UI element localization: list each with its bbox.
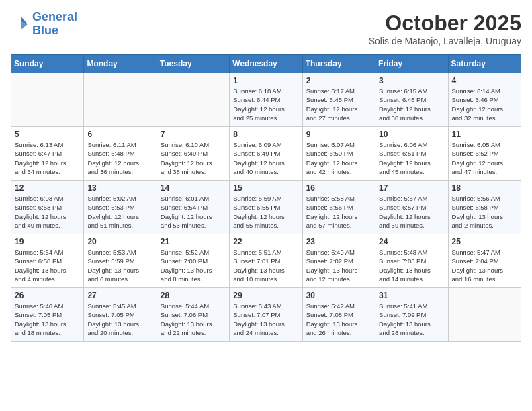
day-info: Sunrise: 5:53 AM Sunset: 6:59 PM Dayligh…: [87, 248, 152, 283]
day-number: 24: [379, 237, 444, 246]
day-number: 1: [233, 76, 298, 85]
day-number: 29: [233, 291, 298, 300]
logo-text: General Blue: [32, 11, 77, 38]
calendar-cell: 30Sunrise: 5:42 AM Sunset: 7:08 PM Dayli…: [302, 288, 375, 342]
calendar-cell: 28Sunrise: 5:44 AM Sunset: 7:06 PM Dayli…: [157, 288, 229, 342]
day-info: Sunrise: 6:18 AM Sunset: 6:44 PM Dayligh…: [233, 87, 298, 122]
calendar-cell: 26Sunrise: 5:46 AM Sunset: 7:05 PM Dayli…: [11, 288, 84, 342]
day-number: 31: [379, 291, 444, 300]
calendar-week-3: 12Sunrise: 6:03 AM Sunset: 6:53 PM Dayli…: [11, 181, 521, 234]
title-block: October 2025 Solis de Mataojo, Lavalleja…: [369, 11, 521, 46]
day-info: Sunrise: 5:42 AM Sunset: 7:08 PM Dayligh…: [306, 302, 371, 337]
weekday-header-wednesday: Wednesday: [230, 55, 302, 73]
month-title: October 2025: [369, 11, 521, 36]
calendar-cell: 20Sunrise: 5:53 AM Sunset: 6:59 PM Dayli…: [84, 234, 157, 288]
calendar-table: SundayMondayTuesdayWednesdayThursdayFrid…: [11, 54, 521, 342]
calendar-week-4: 19Sunrise: 5:54 AM Sunset: 6:58 PM Dayli…: [11, 234, 521, 288]
calendar-cell: 9Sunrise: 6:07 AM Sunset: 6:50 PM Daylig…: [302, 127, 375, 181]
day-number: 16: [306, 183, 371, 193]
day-info: Sunrise: 5:43 AM Sunset: 7:07 PM Dayligh…: [233, 302, 298, 337]
day-info: Sunrise: 5:54 AM Sunset: 6:58 PM Dayligh…: [15, 248, 80, 283]
day-number: 22: [233, 237, 298, 246]
calendar-cell: [84, 73, 157, 127]
weekday-header-thursday: Thursday: [302, 55, 375, 73]
calendar-cell: 17Sunrise: 5:57 AM Sunset: 6:57 PM Dayli…: [375, 181, 448, 234]
day-info: Sunrise: 5:59 AM Sunset: 6:55 PM Dayligh…: [233, 194, 298, 230]
day-info: Sunrise: 6:17 AM Sunset: 6:45 PM Dayligh…: [306, 87, 371, 122]
calendar-cell: 21Sunrise: 5:52 AM Sunset: 7:00 PM Dayli…: [157, 234, 229, 288]
calendar-cell: 5Sunrise: 6:13 AM Sunset: 6:47 PM Daylig…: [11, 127, 84, 181]
day-info: Sunrise: 5:58 AM Sunset: 6:56 PM Dayligh…: [306, 194, 371, 230]
day-info: Sunrise: 6:10 AM Sunset: 6:49 PM Dayligh…: [161, 140, 226, 176]
calendar-cell: 4Sunrise: 6:14 AM Sunset: 6:46 PM Daylig…: [448, 73, 521, 127]
day-info: Sunrise: 5:57 AM Sunset: 6:57 PM Dayligh…: [379, 194, 444, 230]
weekday-header-friday: Friday: [375, 55, 448, 73]
weekday-header-saturday: Saturday: [448, 55, 521, 73]
calendar-cell: 2Sunrise: 6:17 AM Sunset: 6:45 PM Daylig…: [302, 73, 375, 127]
calendar-cell: 23Sunrise: 5:49 AM Sunset: 7:02 PM Dayli…: [302, 234, 375, 288]
calendar-cell: 24Sunrise: 5:48 AM Sunset: 7:03 PM Dayli…: [375, 234, 448, 288]
weekday-header-sunday: Sunday: [11, 55, 84, 73]
page-header: General Blue October 2025 Solis de Matao…: [11, 11, 521, 46]
day-number: 15: [233, 183, 298, 193]
day-info: Sunrise: 5:52 AM Sunset: 7:00 PM Dayligh…: [161, 248, 226, 283]
day-info: Sunrise: 6:01 AM Sunset: 6:54 PM Dayligh…: [161, 194, 226, 230]
day-info: Sunrise: 5:48 AM Sunset: 7:03 PM Dayligh…: [379, 248, 444, 283]
logo-icon: [11, 15, 30, 34]
day-number: 2: [306, 76, 371, 85]
day-number: 6: [87, 130, 152, 139]
logo: General Blue: [11, 11, 77, 38]
day-info: Sunrise: 5:44 AM Sunset: 7:06 PM Dayligh…: [161, 302, 226, 337]
calendar-cell: [448, 288, 521, 342]
calendar-cell: 16Sunrise: 5:58 AM Sunset: 6:56 PM Dayli…: [302, 181, 375, 234]
calendar-cell: 11Sunrise: 6:05 AM Sunset: 6:52 PM Dayli…: [448, 127, 521, 181]
day-number: 30: [306, 291, 371, 300]
calendar-cell: 3Sunrise: 6:15 AM Sunset: 6:46 PM Daylig…: [375, 73, 448, 127]
calendar-cell: 6Sunrise: 6:11 AM Sunset: 6:48 PM Daylig…: [84, 127, 157, 181]
day-info: Sunrise: 5:41 AM Sunset: 7:09 PM Dayligh…: [379, 302, 444, 337]
day-info: Sunrise: 6:13 AM Sunset: 6:47 PM Dayligh…: [15, 140, 80, 176]
weekday-header-row: SundayMondayTuesdayWednesdayThursdayFrid…: [11, 55, 521, 73]
day-info: Sunrise: 5:46 AM Sunset: 7:05 PM Dayligh…: [15, 302, 80, 337]
day-info: Sunrise: 6:11 AM Sunset: 6:48 PM Dayligh…: [87, 140, 152, 176]
calendar-cell: 7Sunrise: 6:10 AM Sunset: 6:49 PM Daylig…: [157, 127, 229, 181]
day-number: 26: [15, 291, 80, 300]
day-number: 18: [452, 183, 517, 193]
day-number: 20: [87, 237, 152, 246]
calendar-cell: 10Sunrise: 6:06 AM Sunset: 6:51 PM Dayli…: [375, 127, 448, 181]
day-number: 12: [15, 183, 80, 193]
calendar-cell: 8Sunrise: 6:09 AM Sunset: 6:49 PM Daylig…: [230, 127, 302, 181]
day-number: 7: [161, 130, 226, 139]
calendar-week-5: 26Sunrise: 5:46 AM Sunset: 7:05 PM Dayli…: [11, 288, 521, 342]
calendar-week-1: 1Sunrise: 6:18 AM Sunset: 6:44 PM Daylig…: [11, 73, 521, 127]
calendar-cell: 14Sunrise: 6:01 AM Sunset: 6:54 PM Dayli…: [157, 181, 229, 234]
day-info: Sunrise: 5:47 AM Sunset: 7:04 PM Dayligh…: [452, 248, 517, 283]
day-info: Sunrise: 6:06 AM Sunset: 6:51 PM Dayligh…: [379, 140, 444, 176]
calendar-cell: 18Sunrise: 5:56 AM Sunset: 6:58 PM Dayli…: [448, 181, 521, 234]
calendar-cell: [157, 73, 229, 127]
day-number: 27: [87, 291, 152, 300]
day-number: 9: [306, 130, 371, 139]
day-info: Sunrise: 6:03 AM Sunset: 6:53 PM Dayligh…: [15, 194, 80, 230]
day-info: Sunrise: 6:02 AM Sunset: 6:53 PM Dayligh…: [87, 194, 152, 230]
day-number: 25: [452, 237, 517, 246]
day-info: Sunrise: 5:45 AM Sunset: 7:05 PM Dayligh…: [87, 302, 152, 337]
day-number: 10: [379, 130, 444, 139]
day-info: Sunrise: 5:56 AM Sunset: 6:58 PM Dayligh…: [452, 194, 517, 230]
day-number: 28: [161, 291, 226, 300]
day-info: Sunrise: 6:15 AM Sunset: 6:46 PM Dayligh…: [379, 87, 444, 122]
day-number: 13: [87, 183, 152, 193]
calendar-cell: 1Sunrise: 6:18 AM Sunset: 6:44 PM Daylig…: [230, 73, 302, 127]
day-info: Sunrise: 6:09 AM Sunset: 6:49 PM Dayligh…: [233, 140, 298, 176]
day-number: 3: [379, 76, 444, 85]
weekday-header-monday: Monday: [84, 55, 157, 73]
calendar-cell: 27Sunrise: 5:45 AM Sunset: 7:05 PM Dayli…: [84, 288, 157, 342]
weekday-header-tuesday: Tuesday: [157, 55, 229, 73]
day-number: 23: [306, 237, 371, 246]
day-info: Sunrise: 5:51 AM Sunset: 7:01 PM Dayligh…: [233, 248, 298, 283]
day-number: 8: [233, 130, 298, 139]
calendar-cell: 31Sunrise: 5:41 AM Sunset: 7:09 PM Dayli…: [375, 288, 448, 342]
day-info: Sunrise: 6:07 AM Sunset: 6:50 PM Dayligh…: [306, 140, 371, 176]
day-info: Sunrise: 5:49 AM Sunset: 7:02 PM Dayligh…: [306, 248, 371, 283]
day-number: 11: [452, 130, 517, 139]
